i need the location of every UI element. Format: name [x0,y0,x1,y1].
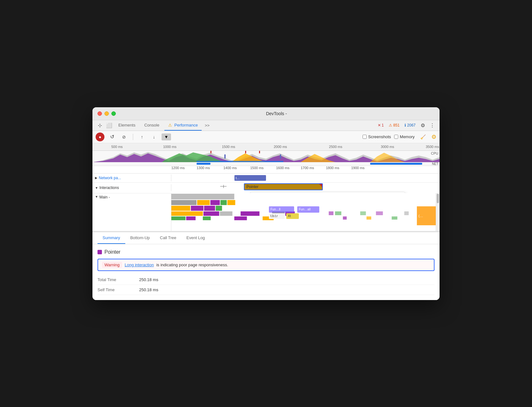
svg-rect-12 [171,206,190,211]
performance-toolbar: ● ↺ ⊘ ↑ ↓ ▾ Screenshots Memory 🧹 ⚙ [92,131,440,143]
warning-box: Warning Long interaction is indicating p… [98,259,434,271]
warning-link[interactable]: Long interaction [125,262,154,267]
error-tick-3 [259,151,260,153]
svg-marker-5 [370,153,405,162]
more-options-icon[interactable]: ⋮ [428,121,436,129]
tab-console[interactable]: Console [140,120,163,131]
ruler-tick-2500: 2500 ms [329,143,342,150]
svg-rect-25 [234,216,247,220]
more-tabs[interactable]: >> [203,121,211,130]
summary-color-icon [98,250,102,254]
total-time-row: Total Time 250.18 ms [98,275,434,285]
record-button[interactable]: ● [96,133,104,141]
close-button[interactable] [98,111,102,116]
info-badge: ℹ 2067 [403,122,417,128]
main-track-label: ▼ Main - [92,193,171,231]
cpu-chart: CPU [92,151,440,162]
error-tick-1 [210,151,211,153]
reload-button[interactable]: ↺ [108,133,116,141]
svg-rect-6 [171,194,234,199]
collapse-icon[interactable]: ▼ [95,186,98,190]
track-scrollbar[interactable] [436,193,440,231]
svg-rect-44 [404,211,409,215]
cursor-icon[interactable]: ⊹ [96,121,104,129]
main-track: ▼ Main - [92,193,440,231]
dropdown-arrow[interactable]: ▾ [162,133,171,140]
svg-rect-13 [191,206,204,211]
collapse-icon-main[interactable]: ▼ [95,195,98,198]
ruler-tick-1000: 1000 ms [163,143,176,150]
svg-rect-11 [228,200,235,205]
nav-handle-right[interactable] [280,154,281,159]
svg-rect-43 [392,216,397,220]
ztick-1900: 1900 ms [351,166,364,170]
summary-title: Pointer [98,249,434,255]
interaction-tooltip: 250.18 ms Pointer Long interaction is in… [250,192,405,193]
main-track-svg: Fun…ll Fun…all t.b.t.r Xt (… [171,193,436,231]
memory-checkbox[interactable]: Memory [394,134,415,139]
pointer-pill[interactable]: Pointer [244,183,323,190]
event-log-tab[interactable]: Event Log [181,232,210,244]
interaction-tick [223,185,224,188]
error-icon: ✕ [378,123,381,127]
svg-rect-38 [335,211,341,215]
svg-rect-19 [240,211,259,216]
ztick-1200: 1200 ms [171,166,185,170]
net-segment-2 [370,163,422,165]
tab-elements[interactable]: Elements [115,120,139,131]
overview-timeline: 500 ms 1000 ms 1500 ms 2000 ms 2500 ms 3… [92,143,440,166]
ruler-tick-3000: 3000 ms [381,143,394,150]
bottom-up-tab[interactable]: Bottom-Up [125,232,155,244]
svg-rect-41 [367,216,371,220]
self-time-value: 250.18 ms [139,287,158,292]
tab-bar: ⊹ ⬜ Elements Console ⚠ Performance >> ✕ … [92,120,440,131]
clear-button[interactable]: ⊘ [120,133,128,141]
ztick-1600: 1600 ms [276,166,289,170]
clear-data-button[interactable]: 🧹 [418,133,428,141]
total-time-label: Total Time [98,277,135,282]
interactions-track: ▼ Interactions Pointer 250.18 ms Pointer [92,183,440,193]
network-pill[interactable]: t... [234,175,266,181]
track-scrollbar-thumb [437,194,439,203]
ztick-1500: 1500 ms [250,166,263,170]
maximize-button[interactable] [111,111,116,116]
devtools-window: DevTools - ⊹ ⬜ Elements Console ⚠ Perfor… [92,107,440,300]
upload-button[interactable]: ↑ [138,133,146,141]
tab-performance[interactable]: ⚠ Performance [164,120,202,131]
download-button[interactable]: ↓ [150,133,158,141]
svg-text:Fun…ll: Fun…ll [270,208,281,211]
ztick-1400: 1400 ms [223,166,237,170]
ruler-tick-1500: 1500 ms [222,143,235,150]
svg-rect-15 [216,206,222,211]
warning-badge: ⚠ 851 [387,122,401,128]
ruler-tick-500: 500 ms [111,143,123,150]
expand-icon[interactable]: ▶ [95,176,98,180]
call-tree-tab[interactable]: Call Tree [155,232,181,244]
zoomed-timeline: 1200 ms 1300 ms 1400 ms 1500 ms 1600 ms … [92,166,440,232]
svg-rect-24 [203,216,211,220]
nav-handle-left[interactable] [224,154,226,159]
svg-rect-18 [220,211,233,216]
warning-text: is indicating poor page responsiveness. [156,262,228,267]
net-segment-1 [197,163,210,165]
warning-label: Warning [102,262,122,268]
svg-rect-42 [376,211,383,215]
main-track-content: Fun…ll Fun…all t.b.t.r Xt (… [171,193,436,231]
separator [133,134,133,140]
ruler-tick-3500: 3500 ms [426,143,439,150]
cpu-label: CPU [431,151,438,155]
network-track-label: ▶ Network pa... [92,174,171,181]
svg-text:t.b.t.r: t.b.t.r [270,214,278,218]
minimize-button[interactable] [104,111,109,116]
bottom-tab-bar: Summary Bottom-Up Call Tree Event Log [92,232,440,244]
settings-icon[interactable]: ⚙ [419,121,427,129]
self-time-row: Self Time 250.18 ms [98,285,434,295]
svg-text:Xt: Xt [288,214,291,218]
svg-rect-39 [343,216,347,220]
screenshots-checkbox[interactable]: Screenshots [363,134,391,139]
bottom-panel: Summary Bottom-Up Call Tree Event Log Po… [92,232,440,300]
net-bar: NET [92,162,440,166]
inspect-icon[interactable]: ⬜ [105,121,113,129]
summary-tab[interactable]: Summary [98,232,125,244]
perf-settings-icon[interactable]: ⚙ [431,133,436,140]
